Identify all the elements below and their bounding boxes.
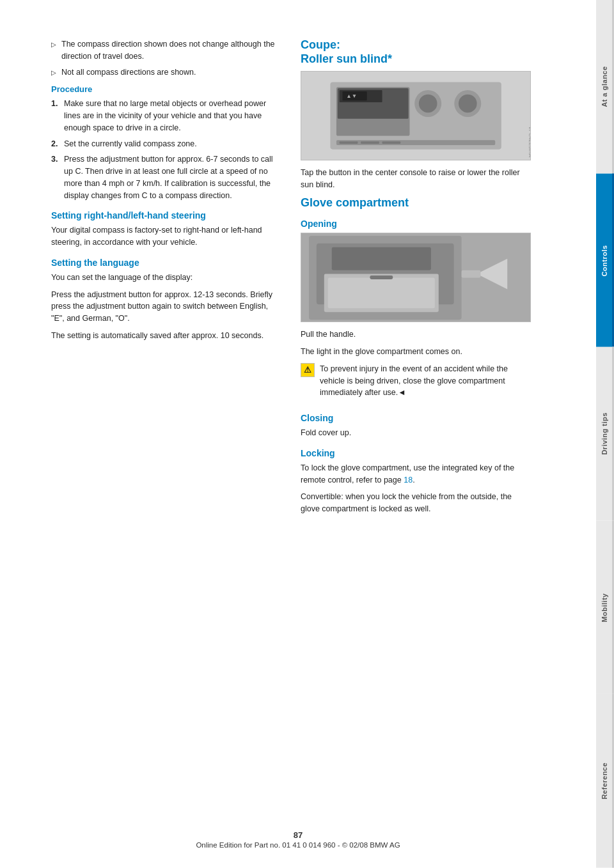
page-footer: 87 Online Edition for Part no. 01 41 0 0… — [0, 830, 596, 849]
footer-text: Online Edition for Part no. 01 41 0 014 … — [196, 841, 400, 849]
closing-subtitle: Closing — [301, 413, 531, 423]
svg-rect-20 — [332, 247, 431, 270]
coupe-image-watermark: VPC4EL3IRA — [528, 127, 531, 157]
main-content: The compass direction shown does not cha… — [0, 0, 596, 868]
page-wrapper: The compass direction shown does not cha… — [0, 0, 614, 868]
setting-language-para3: The setting is automatically saved after… — [51, 330, 281, 342]
opening-para1: Pull the handle. — [301, 329, 531, 341]
page-number: 87 — [0, 830, 596, 840]
svg-rect-10 — [361, 141, 379, 144]
procedure-label: Procedure — [51, 84, 281, 94]
coupe-caption: Tap the button in the center console to … — [301, 167, 531, 191]
svg-rect-18 — [328, 277, 435, 308]
locking-page-link[interactable]: 18 — [404, 476, 413, 484]
step-2: 2. Set the currently valid compass zone. — [51, 138, 281, 150]
locking-para1: To lock the glove compartment, use the i… — [301, 462, 531, 486]
sidebar-tab-mobility[interactable]: Mobility — [596, 521, 614, 695]
setting-steering-body: Your digital compass is factory-set to r… — [51, 224, 281, 249]
bullet-list: The compass direction shown does not cha… — [51, 38, 281, 78]
procedure-steps: 1. Make sure that no large metal objects… — [51, 98, 281, 201]
right-column: Coupe: Roller sun blind* — [301, 38, 531, 830]
warning-text: To prevent injury in the event of an acc… — [320, 363, 531, 399]
sidebar-tab-at-a-glance[interactable]: At a glance — [596, 0, 614, 174]
sidebar: At a glance Controls Driving tips Mobili… — [596, 0, 614, 868]
svg-rect-8 — [336, 140, 495, 145]
setting-language-para2: Press the adjustment button for approx. … — [51, 289, 281, 325]
left-column: The compass direction shown does not cha… — [51, 38, 281, 830]
opening-para2: The light in the glove compartment comes… — [301, 346, 531, 358]
coupe-title: Coupe: Roller sun blind* — [301, 38, 531, 66]
closing-body: Fold cover up. — [301, 427, 531, 439]
glove-title: Glove compartment — [301, 196, 531, 210]
setting-steering-title: Setting right-hand/left-hand steering — [51, 210, 281, 221]
svg-point-5 — [419, 95, 437, 113]
setting-language-title: Setting the language — [51, 258, 281, 268]
locking-subtitle: Locking — [301, 448, 531, 458]
coupe-image: ▲▼ VPC4EL3IRA — [301, 71, 531, 160]
setting-language-para1: You can set the language of the display: — [51, 272, 281, 284]
sidebar-tab-reference[interactable]: Reference — [596, 694, 614, 868]
bullet-item-1: The compass direction shown does not cha… — [51, 38, 281, 63]
step-1: 1. Make sure that no large metal objects… — [51, 98, 281, 134]
step-3: 3. Press the adjustment button for appro… — [51, 153, 281, 201]
locking-para2: Convertible: when you lock the vehicle f… — [301, 491, 531, 515]
sidebar-tab-driving-tips[interactable]: Driving tips — [596, 347, 614, 521]
svg-rect-11 — [382, 141, 400, 144]
warning-box: ⚠ To prevent injury in the event of an a… — [301, 363, 531, 404]
svg-rect-19 — [370, 275, 393, 279]
bullet-item-2: Not all compass directions are shown. — [51, 66, 281, 79]
svg-point-7 — [459, 95, 477, 113]
opening-subtitle: Opening — [301, 219, 531, 229]
svg-text:▲▼: ▲▼ — [346, 93, 357, 99]
sidebar-tab-controls[interactable]: Controls — [596, 174, 614, 348]
svg-rect-22 — [462, 270, 481, 277]
glove-image: VTC1369PA — [301, 233, 531, 322]
svg-rect-9 — [340, 141, 358, 144]
warning-icon: ⚠ — [301, 363, 315, 377]
